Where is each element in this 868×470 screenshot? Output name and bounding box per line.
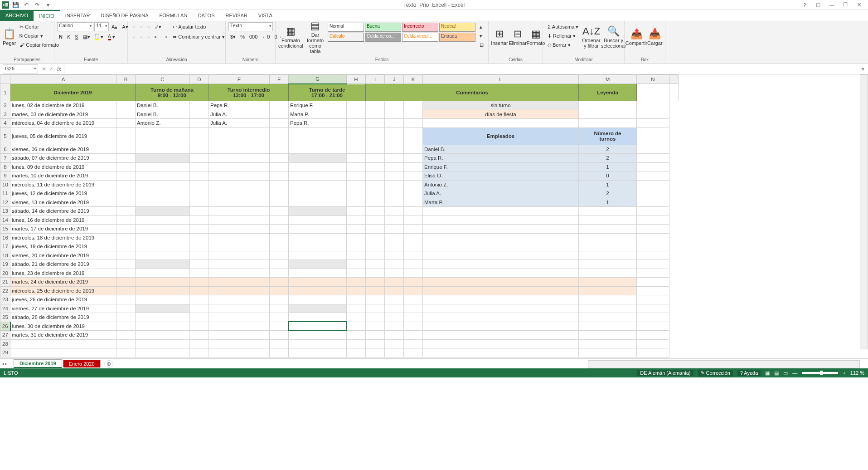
cell-H27[interactable]	[347, 331, 366, 340]
cell-I20[interactable]	[366, 269, 385, 278]
status-help[interactable]: ? Ayuda	[737, 370, 761, 376]
cell-B27[interactable]	[116, 331, 136, 340]
cell-A27[interactable]: martes, 31 de diciembre de 2019	[10, 331, 116, 340]
cell-E24[interactable]	[209, 304, 270, 313]
row-header-15[interactable]: 15	[0, 225, 10, 234]
cell-K17[interactable]	[404, 242, 423, 251]
cell-A19[interactable]: sábado, 21 de diciembre de 2019	[10, 260, 116, 269]
cell-C19[interactable]	[136, 260, 190, 269]
cell-G29[interactable]	[289, 348, 347, 357]
cell-L4[interactable]	[423, 119, 579, 128]
cell-D9[interactable]	[190, 171, 209, 181]
cell-D26[interactable]	[190, 322, 209, 331]
cell-N5[interactable]	[637, 127, 669, 145]
cell-J9[interactable]	[385, 171, 404, 181]
cell-K14[interactable]	[404, 215, 423, 225]
cell-B4[interactable]	[116, 119, 136, 128]
cell-C24[interactable]	[136, 304, 190, 313]
cell-F5[interactable]	[270, 127, 289, 145]
cell-J24[interactable]	[385, 304, 404, 313]
cell-K18[interactable]	[404, 251, 423, 260]
tab-diseno[interactable]: DISEÑO DE PÁGINA	[95, 10, 154, 21]
cell-G17[interactable]	[289, 242, 347, 251]
row-header-6[interactable]: 6	[0, 145, 10, 154]
row-header-18[interactable]: 18	[0, 251, 10, 260]
cell-D12[interactable]	[190, 198, 209, 207]
cell-M15[interactable]	[579, 225, 637, 234]
cell-E3[interactable]: Julia A.	[209, 110, 270, 119]
vertical-scrollbar[interactable]	[860, 74, 868, 349]
style-incorrecto[interactable]: Incorrecto	[402, 23, 438, 32]
cell-E27[interactable]	[209, 331, 270, 340]
cell-B8[interactable]	[116, 162, 136, 171]
cell-H13[interactable]	[347, 207, 366, 216]
cell-C29[interactable]	[136, 348, 190, 357]
sheet-add-button[interactable]: ⊕	[104, 360, 113, 367]
cell-I15[interactable]	[366, 225, 385, 234]
cell-J27[interactable]	[385, 331, 404, 340]
emp-name-3[interactable]: Elisa O.	[423, 171, 579, 181]
cell-A8[interactable]: lunes, 09 de diciembre de 2019	[10, 162, 116, 171]
cell-F20[interactable]	[270, 269, 289, 278]
cell-M13[interactable]	[579, 207, 637, 216]
cell-J25[interactable]	[385, 313, 404, 322]
cell-B7[interactable]	[116, 154, 136, 163]
cell-E13[interactable]	[209, 207, 270, 216]
tab-datos[interactable]: DATOS	[193, 10, 220, 21]
cell-K12[interactable]	[404, 198, 423, 207]
cell-M22[interactable]	[579, 286, 637, 295]
cell-C10[interactable]	[136, 180, 190, 189]
cell-D21[interactable]	[190, 278, 209, 287]
cell-L26[interactable]	[423, 322, 579, 331]
cell-C13[interactable]	[136, 207, 190, 216]
cell-J18[interactable]	[385, 251, 404, 260]
cell-K25[interactable]	[404, 313, 423, 322]
cell-E20[interactable]	[209, 269, 270, 278]
borrar-button[interactable]: ◇Borrar ▾	[546, 40, 580, 49]
cell-B24[interactable]	[116, 304, 136, 313]
qat-redo[interactable]: ↷	[33, 1, 42, 9]
cell-F9[interactable]	[270, 171, 289, 181]
cell-I10[interactable]	[366, 180, 385, 189]
cell-F4[interactable]	[270, 119, 289, 128]
cell-A6[interactable]: viernes, 06 de diciembre de 2019	[10, 145, 116, 154]
cell-A3[interactable]: martes, 03 de diciembre de 2019	[10, 110, 116, 119]
cell-J12[interactable]	[385, 198, 404, 207]
cell-K24[interactable]	[404, 304, 423, 313]
buscar-seleccionar-button[interactable]: 🔍Buscar y seleccionar	[602, 22, 625, 52]
cell-A5[interactable]: jueves, 05 de diciembre de 2019	[10, 127, 116, 145]
cell-N14[interactable]	[637, 215, 669, 225]
row-header-28[interactable]: 28	[0, 339, 10, 348]
ribbon-options-icon[interactable]: ▢	[812, 1, 824, 9]
row-header-26[interactable]: 26	[0, 322, 10, 331]
cell-F13[interactable]	[270, 207, 289, 216]
emp-count-6[interactable]: 1	[579, 198, 637, 207]
cell-C23[interactable]	[136, 295, 190, 304]
cell-N27[interactable]	[637, 331, 669, 340]
cell-N25[interactable]	[637, 313, 669, 322]
cell-C17[interactable]	[136, 242, 190, 251]
cell-H12[interactable]	[347, 198, 366, 207]
cell-F27[interactable]	[270, 331, 289, 340]
align-center-button[interactable]: ≡	[138, 32, 144, 41]
cell-L18[interactable]	[423, 251, 579, 260]
enter-formula-icon[interactable]: ✓	[49, 66, 53, 72]
cell-F2[interactable]	[270, 101, 289, 110]
cell-F3[interactable]	[270, 110, 289, 119]
cell-L16[interactable]	[423, 233, 579, 242]
cell-N24[interactable]	[637, 304, 669, 313]
cell-A22[interactable]: miércoles, 25 de diciembre de 2019	[10, 286, 116, 295]
cell-G24[interactable]	[289, 304, 347, 313]
cell-B17[interactable]	[116, 242, 136, 251]
cell-C28[interactable]	[136, 339, 190, 348]
cell-D8[interactable]	[190, 162, 209, 171]
cell-A21[interactable]: martes, 24 de diciembre de 2019	[10, 278, 116, 287]
horizontal-scrollbar[interactable]	[588, 360, 860, 368]
cell-F10[interactable]	[270, 180, 289, 189]
cell-I6[interactable]	[366, 145, 385, 154]
cell-J17[interactable]	[385, 242, 404, 251]
cell-M25[interactable]	[579, 313, 637, 322]
cell-B14[interactable]	[116, 215, 136, 225]
fill-color-button[interactable]: ⬚▾	[93, 32, 105, 41]
qat-customize-icon[interactable]: ▾	[44, 1, 53, 9]
